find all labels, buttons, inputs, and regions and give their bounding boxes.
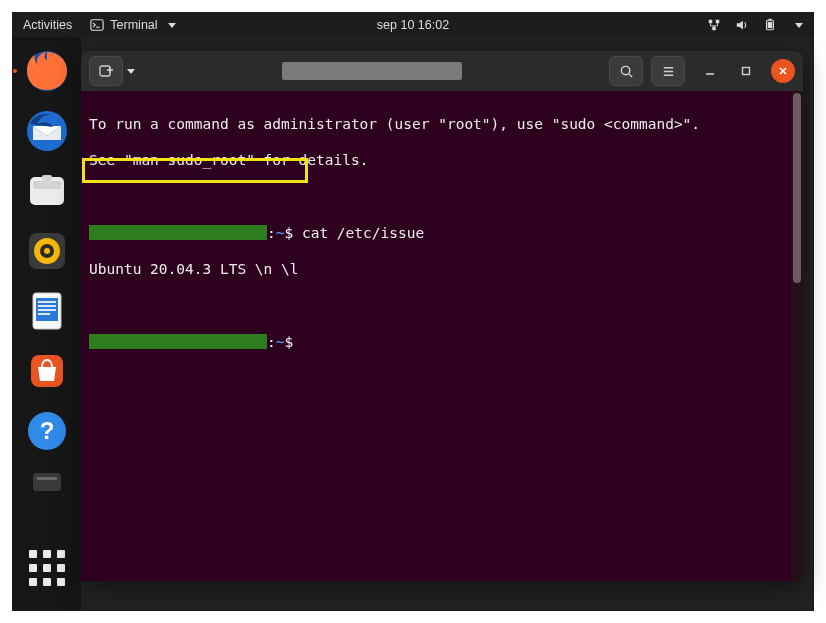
svg-point-31 [621, 66, 629, 74]
battery-icon [763, 18, 777, 32]
document-icon [25, 289, 69, 333]
hamburger-menu-button[interactable] [651, 56, 685, 86]
svg-point-16 [44, 248, 50, 254]
terminal-icon [90, 18, 104, 32]
system-status-area[interactable] [707, 18, 803, 32]
dock-item-help[interactable]: ? [23, 407, 71, 455]
dock-item-writer[interactable] [23, 287, 71, 335]
thunderbird-icon [25, 109, 69, 153]
svg-rect-21 [38, 309, 56, 311]
svg-rect-12 [42, 175, 52, 181]
search-button[interactable] [609, 56, 643, 86]
command-text: cat /etc/issue [293, 225, 424, 241]
hamburger-icon [661, 64, 676, 79]
svg-rect-26 [33, 473, 61, 491]
new-tab-button[interactable] [89, 56, 123, 86]
help-icon: ? [25, 409, 69, 453]
trash-icon [27, 469, 67, 493]
terminal-prompt-line: :~$ cat /etc/issue [89, 224, 795, 242]
clock[interactable]: sep 10 16:02 [377, 18, 449, 32]
top-panel: Activities Terminal sep 10 16:02 [13, 13, 813, 37]
svg-rect-2 [709, 20, 713, 24]
app-menu[interactable]: Terminal [90, 18, 175, 32]
terminal-window: To run a command as administrator (user … [81, 51, 803, 581]
redacted-user-host [89, 225, 267, 240]
volume-icon [735, 18, 749, 32]
terminal-line: See "man sudo_root" for details. [89, 151, 795, 169]
firefox-icon [25, 49, 69, 93]
window-title [143, 62, 601, 80]
scrollbar[interactable] [791, 91, 803, 581]
svg-rect-28 [100, 66, 110, 76]
chevron-down-icon [168, 23, 176, 28]
minimize-icon [705, 66, 715, 76]
dock-item-files[interactable] [23, 167, 71, 215]
svg-rect-7 [768, 22, 773, 28]
desktop: ? [13, 37, 813, 610]
maximize-icon [741, 66, 751, 76]
svg-rect-11 [33, 181, 61, 189]
close-icon [778, 66, 788, 76]
terminal-body[interactable]: To run a command as administrator (user … [81, 91, 803, 581]
scrollbar-thumb[interactable] [793, 93, 801, 283]
svg-rect-4 [712, 27, 716, 31]
chevron-down-icon[interactable] [127, 69, 135, 74]
show-applications[interactable] [23, 544, 71, 592]
files-icon [25, 169, 69, 213]
app-menu-label: Terminal [110, 18, 157, 32]
terminal-blank-line [89, 296, 795, 314]
terminal-output-line: Ubuntu 20.04.3 LTS \n \l [89, 260, 795, 278]
svg-rect-20 [38, 305, 56, 307]
dock: ? [13, 37, 81, 610]
dock-item-firefox[interactable] [23, 47, 71, 95]
redacted-title [282, 62, 462, 80]
chevron-down-icon [795, 23, 803, 28]
network-icon [707, 18, 721, 32]
new-tab-icon [98, 63, 114, 79]
svg-rect-22 [38, 313, 50, 315]
svg-rect-27 [37, 477, 57, 480]
apps-grid-icon [29, 550, 65, 586]
dock-item-thunderbird[interactable] [23, 107, 71, 155]
search-icon [619, 64, 634, 79]
dock-item-trash[interactable] [23, 467, 71, 495]
svg-text:?: ? [40, 417, 55, 444]
close-button[interactable] [771, 59, 795, 83]
svg-rect-37 [743, 68, 750, 75]
maximize-button[interactable] [735, 60, 757, 82]
speaker-icon [25, 229, 69, 273]
svg-rect-6 [768, 19, 771, 21]
dock-item-software[interactable] [23, 347, 71, 395]
minimize-button[interactable] [699, 60, 721, 82]
dock-item-rhythmbox[interactable] [23, 227, 71, 275]
terminal-line: To run a command as administrator (user … [89, 115, 795, 133]
svg-rect-19 [38, 301, 56, 303]
svg-rect-3 [716, 20, 720, 24]
redacted-user-host [89, 334, 267, 349]
titlebar[interactable] [81, 51, 803, 91]
terminal-prompt-line: :~$ [89, 333, 795, 351]
activities-button[interactable]: Activities [23, 18, 72, 32]
ubuntu-desktop: Activities Terminal sep 10 16:02 [12, 12, 814, 611]
svg-line-32 [628, 73, 631, 76]
terminal-blank-line [89, 188, 795, 206]
svg-rect-0 [91, 20, 103, 31]
shopping-bag-icon [25, 349, 69, 393]
